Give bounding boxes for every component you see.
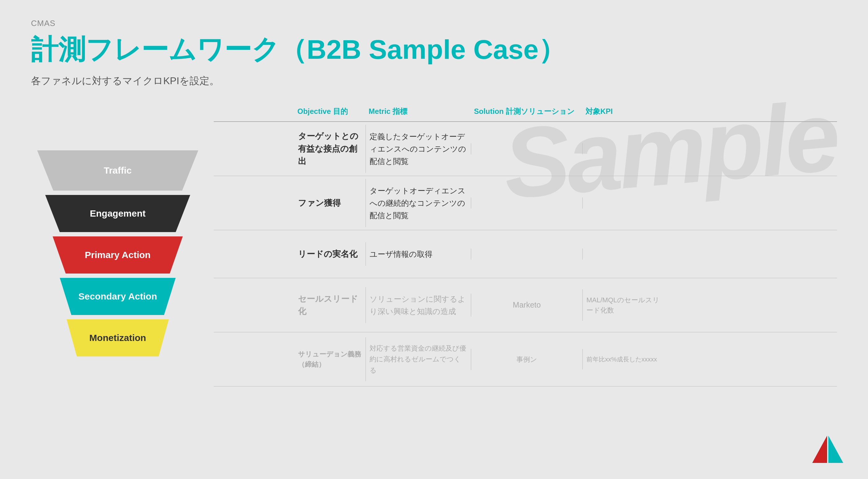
row-engagement-metric: ターゲットオーディエンスへの継続的なコンテンツの配信と閲覧 — [366, 179, 471, 227]
col-header-kpi: 対象KPI — [582, 106, 669, 116]
row-traffic-metric: 定義したターゲットオーディエンスへのコンテンツの配信と閲覧 — [366, 125, 471, 173]
col-header-metric: Metric 指標 — [366, 106, 471, 116]
row-secondary-objective: セールスリード化 — [294, 287, 366, 323]
funnel-row-monetization: Monetization — [31, 319, 205, 356]
funnel-label-engagement: Engagement — [90, 208, 146, 219]
funnel-shape-engagement: Engagement — [45, 195, 190, 232]
subtitle: 各ファネルに対するマイクロKPIを設定。 — [31, 74, 837, 88]
table-row-primary: リードの実名化 ユーザ情報の取得 — [214, 230, 837, 278]
row-monetization-metric: 対応する営業資金の継続及び優約に高村れるゼルームでつくる — [366, 337, 471, 381]
funnel-row-secondary: Secondary Action — [31, 278, 205, 315]
row-primary-solution — [471, 248, 582, 260]
row-secondary-metric: ソリューションに関するより深い興味と知識の造成 — [366, 287, 471, 323]
table-header: Objective 目的 Metric 指標 Solution 計測ソリューショ… — [214, 106, 837, 122]
row-primary-kpi — [582, 248, 669, 260]
funnel-shape-secondary: Secondary Action — [60, 278, 176, 315]
funnel-shape-traffic: Traffic — [37, 150, 198, 191]
funnel-label-primary: Primary Action — [85, 250, 151, 260]
row-traffic-solution — [471, 143, 582, 155]
row-secondary-solution: Marketo — [471, 294, 582, 316]
row-engagement-objective: ファン獲得 — [294, 191, 366, 215]
funnel-label-secondary: Secondary Action — [79, 291, 157, 302]
row-secondary-col1 — [214, 300, 294, 311]
col-header-objective: Objective 目的 — [294, 106, 366, 116]
page: Sample CMAS 計測フレームワーク（B2B Sample Case） 各… — [0, 0, 868, 479]
funnel-row-engagement: Engagement — [31, 195, 205, 232]
page-title: 計測フレームワーク（B2B Sample Case） — [31, 31, 837, 68]
funnel-label-monetization: Monetization — [89, 333, 146, 343]
row-traffic-objective: ターゲットとの有益な接点の創出 — [294, 125, 366, 173]
row-monetization-col1 — [214, 354, 294, 365]
row-secondary-kpi: MAL/MQLのセールスリード化数 — [582, 289, 669, 321]
table-row-secondary: セールスリード化 ソリューションに関するより深い興味と知識の造成 Marketo… — [214, 278, 837, 332]
row-traffic-col1 — [214, 143, 294, 155]
funnel-shape-monetization: Monetization — [67, 319, 169, 356]
col-header-solution: Solution 計測ソリューション — [471, 106, 582, 116]
row-engagement-solution — [471, 197, 582, 209]
row-traffic-kpi — [582, 143, 669, 155]
row-engagement-col1 — [214, 197, 294, 209]
table-section: Objective 目的 Metric 指標 Solution 計測ソリューショ… — [214, 106, 837, 386]
row-monetization-objective: サリューデョン義務（締結） — [294, 343, 366, 375]
funnel-row-traffic: Traffic — [31, 150, 205, 191]
funnel-label-traffic: Traffic — [104, 165, 132, 176]
funnel-container: Traffic Engagement Primary Action — [31, 106, 205, 386]
main-content: Traffic Engagement Primary Action — [31, 106, 837, 386]
row-engagement-kpi — [582, 197, 669, 209]
row-primary-metric: ユーザ情報の取得 — [366, 242, 471, 266]
row-primary-col1 — [214, 248, 294, 260]
col-header-empty — [214, 106, 294, 116]
row-primary-objective: リードの実名化 — [294, 242, 366, 266]
brand-label: CMAS — [31, 19, 837, 28]
table-row-traffic: ターゲットとの有益な接点の創出 定義したターゲットオーディエンスへのコンテンツの… — [214, 122, 837, 176]
logo-corner — [812, 436, 843, 464]
funnel-shape-primary: Primary Action — [53, 236, 183, 274]
table-row-engagement: ファン獲得 ターゲットオーディエンスへの継続的なコンテンツの配信と閲覧 — [214, 176, 837, 230]
row-monetization-kpi: 前年比xx%成長したxxxxx — [582, 349, 669, 370]
table-row-monetization: サリューデョン義務（締結） 対応する営業資金の継続及び優約に高村れるゼルームでつ… — [214, 332, 837, 386]
funnel-row-primary: Primary Action — [31, 236, 205, 274]
row-monetization-solution: 事例ン — [471, 349, 582, 370]
